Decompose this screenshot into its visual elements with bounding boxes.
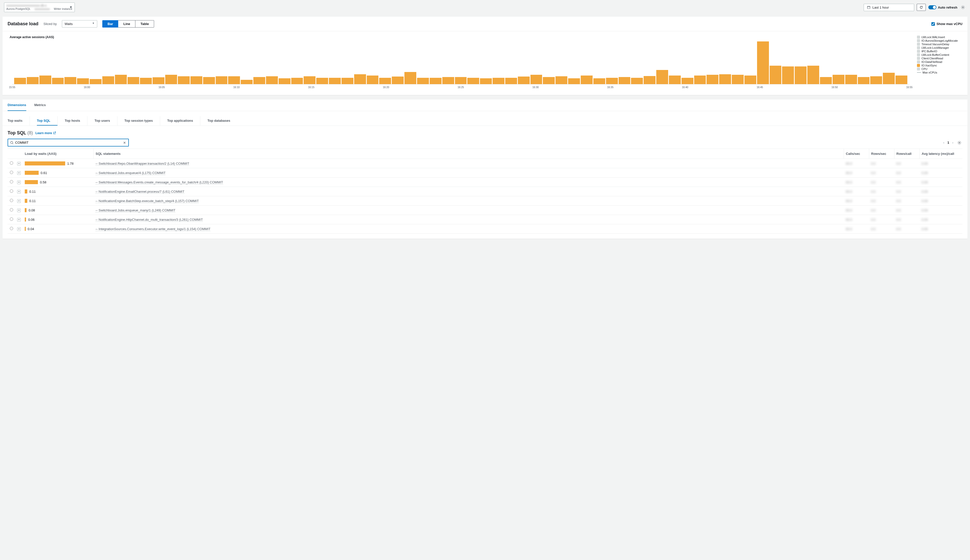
learn-more-link[interactable]: Learn more: [35, 132, 55, 135]
row-radio[interactable]: [10, 227, 13, 230]
sql-statement-link[interactable]: -- Switchboard.Jobs.enqueue_many/1 (L249…: [95, 208, 175, 212]
sql-statement-link[interactable]: -- IntegrationSources.Consumers.Executor…: [95, 227, 210, 231]
sql-statement-link[interactable]: -- NotificationEngine.BatchStep.execute_…: [95, 199, 199, 203]
pager-next[interactable]: ›: [952, 141, 953, 145]
show-max-vcpu-checkbox[interactable]: Show max vCPU: [932, 22, 962, 26]
legend-label: IPC:BufferIO: [922, 50, 937, 53]
expand-button[interactable]: +: [17, 190, 21, 193]
chart-bar: [555, 76, 567, 84]
col-sql[interactable]: SQL statements: [93, 149, 844, 159]
chart-bar: [467, 78, 479, 84]
x-tick: 16:45: [757, 86, 763, 89]
view-table-button[interactable]: Table: [135, 20, 154, 28]
legend-item[interactable]: Timeout:VacuumDelay: [917, 42, 962, 46]
expand-button[interactable]: +: [17, 199, 21, 203]
chart-bar: [39, 75, 51, 84]
chart-bar: [631, 78, 643, 84]
sql-statement-link[interactable]: -- Switchboard.Messages.Events.create_me…: [95, 180, 223, 184]
legend-item[interactable]: IO:AuroraStorageLogAllocate: [917, 39, 962, 42]
dim-tab-top-users[interactable]: Top users: [95, 116, 117, 125]
chart-bar: [682, 78, 693, 84]
dim-tab-top-databases[interactable]: Top databases: [207, 116, 237, 125]
chart-bar: [442, 77, 454, 84]
load-value: 0.11: [29, 190, 36, 193]
sql-search-input[interactable]: [13, 141, 123, 145]
chart-bar: [303, 76, 315, 84]
legend-item[interactable]: Client:ClientRead: [917, 57, 962, 60]
legend-item[interactable]: CPU: [917, 67, 962, 71]
expand-button[interactable]: +: [17, 227, 21, 231]
chart-bar: [568, 78, 580, 84]
chart-bar: [241, 80, 253, 84]
panel-title: Database load: [8, 21, 38, 27]
load-bar: [25, 171, 38, 175]
dim-tab-top-sql[interactable]: Top SQL: [37, 116, 58, 125]
legend-item[interactable]: IPC:BufferIO: [917, 50, 962, 53]
latency-value: 0.00: [920, 168, 962, 178]
row-radio[interactable]: [10, 180, 13, 183]
chart-bar: [782, 67, 794, 84]
table-pager: ‹ 1 ›: [943, 140, 962, 146]
time-range-selector[interactable]: Last 1 hour: [863, 4, 914, 11]
pager-prev[interactable]: ‹: [943, 141, 944, 145]
top-sql-table: Load by waits (AAS) SQL statements Calls…: [8, 148, 962, 233]
settings-button[interactable]: [960, 4, 966, 10]
chart-bar: [128, 77, 140, 84]
col-rows-sec[interactable]: Rows/sec: [869, 149, 894, 159]
legend-item[interactable]: IO:DataFileRead: [917, 60, 962, 63]
row-radio[interactable]: [10, 162, 13, 165]
rows-sec-value: 0.0: [869, 196, 894, 206]
legend-item[interactable]: IO:XactSync: [917, 63, 962, 67]
sql-statement-link[interactable]: -- Switchboard.Jobs.enqueue/4 (L175) COM…: [95, 171, 165, 175]
dim-tab-top-waits[interactable]: Top waits: [8, 116, 30, 125]
row-radio[interactable]: [10, 190, 13, 193]
x-tick: 16:50: [831, 86, 838, 89]
legend-label: LWLock:BufferContent: [922, 53, 949, 56]
row-radio[interactable]: [10, 171, 13, 174]
chart-bar: [203, 77, 215, 84]
expand-button[interactable]: +: [17, 208, 21, 212]
col-calls[interactable]: Calls/sec: [844, 149, 869, 159]
legend-item[interactable]: Max vCPUs: [917, 71, 962, 74]
sliced-by-select[interactable]: Waits: [62, 20, 97, 28]
chart-bar: [354, 74, 366, 84]
chart-bar: [455, 77, 467, 84]
view-line-button[interactable]: Line: [118, 20, 135, 28]
auto-refresh-toggle[interactable]: Auto refresh: [928, 5, 957, 9]
legend-item[interactable]: LWLock:LockManager: [917, 46, 962, 50]
chart-bar: [291, 78, 303, 84]
dim-tab-top-session-types[interactable]: Top session types: [125, 116, 160, 125]
legend-item[interactable]: LWLock:BufferContent: [917, 53, 962, 57]
table-settings-button[interactable]: [957, 140, 962, 146]
expand-button[interactable]: +: [17, 162, 21, 165]
row-radio[interactable]: [10, 199, 13, 202]
expand-button[interactable]: +: [17, 181, 21, 184]
clear-search-icon[interactable]: [123, 141, 126, 145]
legend-item[interactable]: LWLock:WALInsert: [917, 35, 962, 39]
dim-tab-top-applications[interactable]: Top applications: [167, 116, 200, 125]
top-sql-title: Top SQL (8): [8, 130, 33, 136]
expand-button[interactable]: +: [17, 218, 21, 222]
latency-value: 0.00: [920, 187, 962, 196]
tab-metrics[interactable]: Metrics: [34, 100, 46, 111]
calls-sec-value: 00.0: [844, 178, 869, 187]
sql-statement-link[interactable]: -- NotificationEngine.EmailChannel.proce…: [95, 190, 184, 194]
row-radio[interactable]: [10, 208, 13, 212]
col-rows-call[interactable]: Rows/call: [894, 149, 920, 159]
instance-selector[interactable]: xxxxxxxxxxxxxxxxxxxxxx-db-x Aurora Postg…: [4, 3, 75, 12]
sql-search-box[interactable]: [8, 139, 129, 147]
expand-button[interactable]: +: [17, 171, 21, 175]
chart-bar: [593, 78, 605, 84]
tab-dimensions[interactable]: Dimensions: [8, 100, 26, 111]
col-load[interactable]: Load by waits (AAS): [23, 149, 93, 159]
calls-sec-value: 00.0: [844, 159, 869, 168]
sql-statement-link[interactable]: -- Switchboard.Repo.ObanWrapper.transact…: [95, 162, 189, 166]
row-radio[interactable]: [10, 217, 13, 221]
legend-label: LWLock:WALInsert: [922, 36, 945, 38]
refresh-button[interactable]: [917, 4, 926, 11]
sql-statement-link[interactable]: -- NotificationEngine.HttpChannel.do_mul…: [95, 218, 203, 222]
dim-tab-top-hosts[interactable]: Top hosts: [65, 116, 87, 125]
view-bar-button[interactable]: Bar: [102, 20, 118, 28]
legend-label: Client:ClientRead: [922, 57, 943, 60]
col-latency[interactable]: Avg latency (ms)/call: [920, 149, 962, 159]
